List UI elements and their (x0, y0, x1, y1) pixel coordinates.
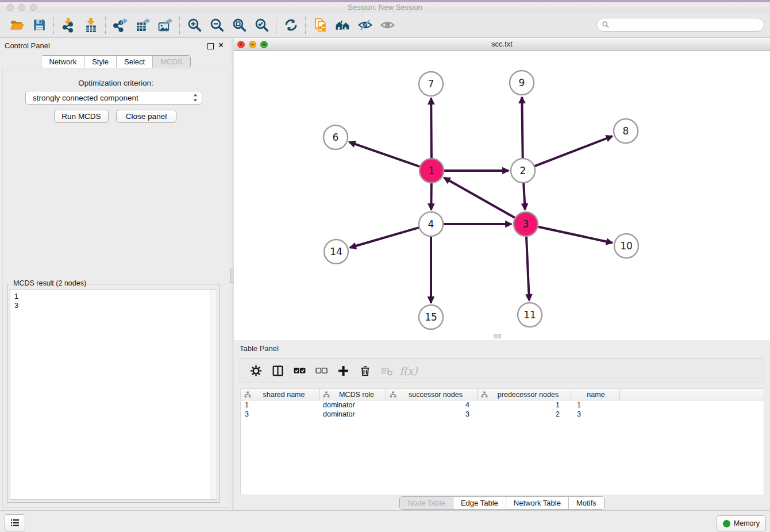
graph-edge-1-7[interactable] (431, 98, 432, 158)
select-all-icon[interactable] (288, 361, 310, 381)
close-panel-button[interactable]: Close panel (116, 110, 176, 123)
column-header-name[interactable]: name (571, 389, 620, 400)
graph-edge-1-6[interactable] (349, 142, 420, 167)
table-cell: 3 (571, 410, 620, 418)
column-tree-icon (390, 391, 396, 398)
mcds-result-lines: 13 (10, 290, 217, 312)
window-minimize-button[interactable] (18, 4, 25, 11)
duplicate-network-icon[interactable] (311, 16, 329, 34)
show-selected-icon[interactable] (378, 16, 396, 34)
import-network-icon[interactable] (59, 16, 78, 34)
column-header-MCDS-role[interactable]: MCDS role (319, 389, 386, 400)
window-title: Session: New Session (0, 2, 770, 13)
export-table-icon[interactable] (133, 16, 152, 34)
control-tab-mcds[interactable]: MCDS (153, 56, 190, 68)
close-panel-icon[interactable]: ✕ (218, 41, 224, 49)
table-tabbar: Node TableEdge TableNetwork TableMotifs (399, 496, 604, 510)
table-cell: 1 (478, 401, 571, 409)
graph-edge-2-3[interactable] (523, 183, 525, 210)
zoom-in-icon[interactable] (185, 16, 203, 34)
graph-edge-3-1[interactable] (444, 178, 515, 218)
graph-edge-4-14[interactable] (350, 228, 419, 248)
deselect-all-icon[interactable] (310, 361, 332, 381)
graph-edge-1-4[interactable] (431, 183, 432, 210)
graph-edge-3-10[interactable] (538, 227, 613, 243)
table-tab-node-table[interactable]: Node Table (400, 497, 453, 509)
memory-button[interactable]: Memory (717, 515, 766, 531)
window-close-button[interactable] (7, 4, 14, 11)
network-graph[interactable]: 1234678910111415 (234, 51, 770, 340)
table-panel: Table Panel ✕ f(x) shared nameMCDS roles… (234, 340, 770, 510)
mcds-result-group: MCDS result (2 nodes) 13 (7, 284, 220, 503)
table-cell: 3 (386, 410, 478, 418)
gear-icon[interactable] (245, 361, 267, 381)
table-row[interactable]: 1dominator411 (241, 400, 764, 410)
toolbar-group (106, 16, 179, 34)
table-tab-network-table[interactable]: Network Table (506, 497, 569, 509)
control-tab-select[interactable]: Select (117, 56, 153, 68)
graph-edge-2-9[interactable] (522, 97, 522, 158)
graph-node-label-10: 10 (620, 240, 633, 252)
criterion-select[interactable]: strongly connected component (25, 91, 202, 105)
columns-icon[interactable] (267, 361, 288, 381)
delete-table-icon[interactable] (376, 361, 398, 381)
houses-icon[interactable] (333, 16, 352, 34)
result-scrollbar[interactable] (210, 290, 217, 499)
zoom-out-icon[interactable] (207, 16, 226, 34)
network-canvas[interactable]: 1234678910111415 (234, 51, 770, 340)
hide-selected-icon[interactable] (356, 16, 374, 34)
table-row[interactable]: 3dominator323 (241, 410, 764, 419)
toolbar-group (2, 16, 53, 34)
function-icon[interactable]: f(x) (398, 361, 419, 381)
task-history-button[interactable] (5, 514, 25, 531)
column-header-predecessor-nodes[interactable]: predecessor nodes (478, 389, 571, 400)
canvas-resize-grip[interactable] (494, 334, 501, 338)
run-mcds-button[interactable]: Run MCDS (54, 110, 109, 123)
control-panel-tabs: NetworkStyleSelectMCDS (0, 55, 232, 68)
graph-edge-2-8[interactable] (535, 136, 613, 166)
control-tab-style[interactable]: Style (84, 56, 117, 68)
search-input[interactable] (613, 20, 759, 29)
refresh-icon[interactable] (282, 16, 300, 34)
table-cell: 1 (571, 401, 620, 409)
add-icon[interactable] (332, 361, 354, 381)
control-tab-network[interactable]: Network (41, 56, 84, 68)
application-window: Session: New Session Control Panel ✕ Net… (0, 0, 770, 532)
table-tab-edge-table[interactable]: Edge Table (453, 497, 506, 509)
table-panel-title: Table Panel (240, 344, 279, 353)
network-window-titlebar[interactable]: × − + scc.txt (234, 38, 770, 51)
export-image-icon[interactable] (156, 16, 174, 34)
export-network-icon[interactable] (111, 16, 129, 34)
memory-status-icon (723, 520, 730, 527)
node-table[interactable]: shared nameMCDS rolesuccessor nodesprede… (240, 388, 764, 495)
graph-edge-3-11[interactable] (526, 237, 529, 300)
column-tree-icon (481, 391, 488, 398)
zoom-fit-icon[interactable] (230, 16, 248, 34)
column-header-shared-name[interactable]: shared name (241, 389, 319, 400)
toolbar-group (276, 16, 305, 34)
result-line: 1 (14, 292, 213, 301)
mcds-result-title: MCDS result (2 nodes) (11, 279, 88, 287)
window-zoom-button[interactable] (30, 4, 37, 11)
table-tab-motifs[interactable]: Motifs (569, 497, 604, 509)
table-cell: 1 (241, 401, 319, 409)
zoom-selected-icon[interactable] (252, 16, 271, 34)
toolbar-group (180, 16, 276, 34)
table-cell: dominator (319, 410, 386, 418)
mcds-result-box[interactable]: 13 (10, 290, 217, 500)
column-header-successor-nodes[interactable]: successor nodes (386, 389, 478, 400)
toolbar-group (306, 16, 402, 34)
control-panel: Control Panel ✕ NetworkStyleSelectMCDS O… (0, 38, 232, 510)
table-cell: 2 (478, 410, 571, 418)
delete-icon[interactable] (354, 361, 376, 381)
frame-minimize-icon[interactable]: − (249, 41, 256, 48)
float-panel-icon[interactable] (207, 43, 214, 49)
import-table-icon[interactable] (82, 16, 100, 34)
open-session-icon[interactable] (7, 16, 26, 34)
frame-maximize-icon[interactable]: + (260, 41, 268, 48)
column-tree-icon (244, 391, 251, 398)
save-session-icon[interactable] (30, 16, 48, 34)
table-toolbar: f(x) (240, 358, 764, 383)
frame-close-icon[interactable]: × (237, 41, 245, 48)
search-box[interactable] (596, 18, 764, 32)
